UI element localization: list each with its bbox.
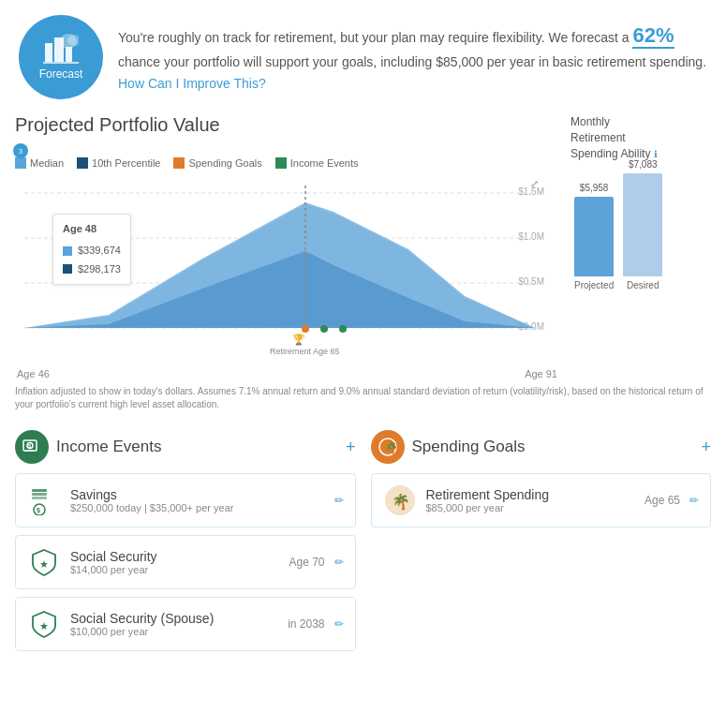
legend-p10-label: 10th Percentile bbox=[92, 157, 160, 169]
bar-chart-title: MonthlyRetirementSpending Ability ℹ bbox=[570, 114, 711, 161]
spending-goals-icon: 🌴 bbox=[371, 430, 405, 464]
savings-edit-button[interactable]: ✏ bbox=[334, 494, 344, 507]
social-security-spouse-card: ★ Social Security (Spouse) $10,000 per y… bbox=[15, 597, 356, 651]
chart-age-labels: Age 46 Age 91 bbox=[15, 368, 559, 379]
svg-text:$0.5M: $0.5M bbox=[518, 276, 544, 287]
income-events-title: Income Events bbox=[56, 438, 338, 456]
svg-rect-30 bbox=[32, 497, 47, 499]
bar-desired-label: Desired bbox=[627, 280, 659, 290]
savings-icon: $ bbox=[27, 483, 61, 517]
income-events-section: $ Income Events + $ Savings $250,000 tod… bbox=[15, 430, 356, 659]
bar-desired: $7,083 Desired bbox=[623, 159, 662, 290]
savings-info: Savings $250,000 today | $35,000+ per ye… bbox=[70, 487, 325, 513]
bottom-sections: $ Income Events + $ Savings $250,000 tod… bbox=[0, 419, 726, 670]
spending-goals-title: Spending Goals bbox=[412, 438, 694, 456]
income-events-icon: $ bbox=[15, 430, 49, 464]
bar-projected: $5,958 Projected bbox=[574, 183, 614, 290]
social-security-spouse-icon: ★ bbox=[27, 607, 61, 641]
svg-text:$: $ bbox=[37, 507, 40, 514]
social-security-spouse-edit-button[interactable]: ✏ bbox=[334, 617, 344, 631]
bar-chart-section: MonthlyRetirementSpending Ability ℹ $5,9… bbox=[570, 114, 711, 379]
legend-item-p10: 10th Percentile bbox=[77, 157, 160, 169]
retirement-spending-edit-button[interactable]: ✏ bbox=[689, 494, 699, 507]
dollar-icon: $ bbox=[22, 438, 41, 456]
shield-icon: ★ bbox=[29, 547, 59, 577]
age-right: Age 91 bbox=[525, 368, 557, 379]
improve-link[interactable]: How Can I Improve This? bbox=[118, 76, 266, 91]
tooltip-p10-dot bbox=[63, 264, 72, 274]
retirement-spending-sub: $85,000 per year bbox=[426, 502, 635, 513]
legend-item-spending: Spending Goals bbox=[173, 157, 261, 169]
social-security-spouse-info: Social Security (Spouse) $10,000 per yea… bbox=[70, 611, 278, 637]
savings-actions: ✏ bbox=[334, 494, 344, 507]
forecast-icon: Forecast bbox=[19, 15, 103, 99]
bar-chart-bars: $5,958 Projected $7,083 Desired bbox=[570, 169, 711, 290]
svg-rect-3 bbox=[43, 62, 79, 64]
income-events-add-button[interactable]: + bbox=[346, 438, 356, 457]
svg-rect-26 bbox=[25, 450, 33, 452]
spending-goals-add-button[interactable]: + bbox=[701, 438, 711, 457]
svg-text:🏆: 🏆 bbox=[292, 333, 305, 346]
income-events-header: $ Income Events + bbox=[15, 430, 356, 464]
retirement-spending-card: 🌴 Retirement Spending $85,000 per year A… bbox=[371, 473, 712, 527]
chart-note: Inflation adjusted to show in today's do… bbox=[0, 379, 726, 419]
savings-stack-icon: $ bbox=[29, 485, 59, 515]
social-security-spouse-title: Social Security (Spouse) bbox=[70, 611, 278, 626]
savings-title: Savings bbox=[70, 487, 325, 502]
spending-box bbox=[173, 157, 185, 169]
svg-point-21 bbox=[320, 325, 328, 333]
legend-item-income: Income Events bbox=[275, 157, 359, 169]
retirement-spending-title: Retirement Spending bbox=[426, 487, 635, 502]
svg-rect-32 bbox=[32, 489, 47, 492]
social-security-spouse-actions: in 2038 ✏ bbox=[288, 617, 343, 631]
svg-rect-31 bbox=[32, 493, 47, 496]
header-section: Forecast You're roughly on track for ret… bbox=[0, 0, 726, 114]
svg-text:★: ★ bbox=[39, 558, 49, 570]
social-security-card: ★ Social Security $14,000 per year Age 7… bbox=[15, 535, 356, 589]
forecast-percentage: 62% bbox=[632, 23, 674, 49]
svg-text:Retirement Age 65: Retirement Age 65 bbox=[270, 347, 340, 356]
bar-desired-val: $7,083 bbox=[629, 159, 658, 170]
savings-card: $ Savings $250,000 today | $35,000+ per … bbox=[15, 473, 356, 527]
forecast-label: Forecast bbox=[39, 67, 83, 81]
main-chart: Projected Portfolio Value 3 Median 10th … bbox=[15, 114, 559, 379]
age-left: Age 46 bbox=[17, 368, 50, 379]
social-security-edit-button[interactable]: ✏ bbox=[334, 556, 344, 569]
svg-point-22 bbox=[339, 325, 347, 333]
social-security-sub: $14,000 per year bbox=[70, 564, 279, 575]
spending-goals-section: 🌴 Spending Goals + 🌴 Retirement Spending… bbox=[371, 430, 712, 659]
svg-text:⤢: ⤢ bbox=[530, 178, 539, 189]
legend-spending-label: Spending Goals bbox=[188, 157, 261, 169]
tooltip-median-dot bbox=[63, 246, 72, 256]
legend-median-label: Median bbox=[30, 157, 64, 169]
bar-projected-val: $5,958 bbox=[580, 183, 609, 193]
social-security-info: Social Security $14,000 per year bbox=[70, 549, 279, 575]
social-security-title: Social Security bbox=[70, 549, 279, 564]
legend-income-label: Income Events bbox=[290, 157, 359, 169]
bar-desired-bar bbox=[623, 173, 662, 276]
retirement-spending-info: Retirement Spending $85,000 per year bbox=[426, 487, 635, 513]
legend-bubble: 3 bbox=[13, 143, 28, 158]
spending-goals-header: 🌴 Spending Goals + bbox=[371, 430, 712, 464]
social-security-spouse-sub: $10,000 per year bbox=[70, 626, 278, 637]
income-box bbox=[275, 157, 287, 169]
chart-svg-wrap[interactable]: $1.5M $1.0M $0.5M $0.0M 🏆 Reti bbox=[15, 176, 559, 366]
social-security-actions: Age 70 ✏ bbox=[289, 556, 343, 569]
tooltip-median-row: $339,674 bbox=[63, 242, 121, 260]
palm-icon: 🌴 bbox=[383, 483, 417, 517]
chart-legend: 3 Median 10th Percentile Spending Goals bbox=[15, 140, 559, 169]
header-text-before: You're roughly on track for retirement, … bbox=[118, 30, 632, 45]
svg-rect-0 bbox=[45, 43, 52, 62]
svg-text:★: ★ bbox=[39, 620, 49, 631]
svg-text:🌴: 🌴 bbox=[383, 440, 397, 454]
svg-point-20 bbox=[302, 325, 309, 333]
social-security-icon: ★ bbox=[27, 545, 61, 579]
bar-projected-label: Projected bbox=[574, 280, 614, 290]
palm-circle-icon: 🌴 bbox=[378, 437, 398, 457]
retirement-spending-icon: 🌴 bbox=[383, 483, 417, 517]
header-text: You're roughly on track for retirement, … bbox=[118, 15, 707, 94]
social-security-age: Age 70 bbox=[289, 556, 324, 569]
chart-title: Projected Portfolio Value bbox=[15, 114, 559, 136]
tooltip-age: Age 48 bbox=[63, 220, 121, 239]
header-text-after: chance your portfolio will support your … bbox=[118, 54, 706, 69]
